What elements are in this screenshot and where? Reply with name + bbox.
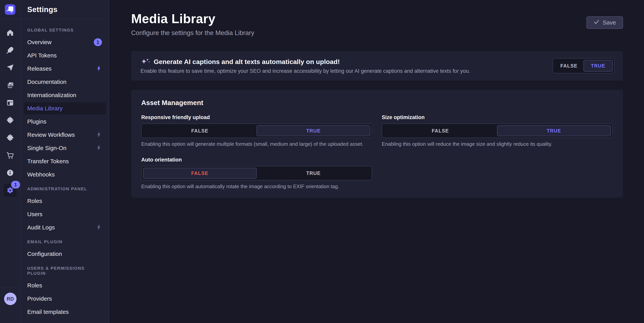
fields-grid: Responsive friendly upload FALSE TRUE En… bbox=[141, 114, 612, 190]
toggle-false-option[interactable]: FALSE bbox=[143, 125, 257, 136]
banner-description: Enable this feature to save time, optimi… bbox=[140, 68, 552, 74]
sidebar-item-up-roles[interactable]: Roles bbox=[24, 280, 106, 292]
overview-badge: 1 bbox=[94, 38, 102, 46]
puzzle-icon[interactable] bbox=[6, 116, 14, 124]
page-subtitle: Configure the settings for the Media Lib… bbox=[131, 29, 623, 36]
section-label: USERS & PERMISSIONS PLUGIN bbox=[24, 266, 106, 276]
size-optimization-toggle: FALSE TRUE bbox=[382, 124, 612, 138]
rail-header bbox=[0, 0, 20, 20]
info-icon[interactable] bbox=[6, 168, 14, 177]
media-library-icon[interactable] bbox=[6, 81, 14, 90]
sparkles-icon bbox=[140, 58, 150, 66]
field-size-optimization: Size optimization FALSE TRUE Enabling th… bbox=[382, 114, 612, 147]
ai-captions-banner: Generate AI captions and alt texts autom… bbox=[131, 51, 623, 80]
paper-plane-icon[interactable] bbox=[6, 64, 14, 72]
settings-notification-badge: 1 bbox=[11, 181, 20, 188]
sidebar-item-email-templates[interactable]: Email templates bbox=[24, 306, 106, 318]
toggle-true-option[interactable]: TRUE bbox=[257, 125, 370, 136]
banner-title: Generate AI captions and alt texts autom… bbox=[154, 58, 340, 66]
rail-divider bbox=[0, 288, 20, 288]
sidebar-item-media-library[interactable]: Media Library bbox=[24, 102, 106, 114]
lightning-icon bbox=[96, 224, 102, 231]
user-avatar[interactable]: RD bbox=[4, 293, 16, 305]
sidebar-item-roles[interactable]: Roles bbox=[24, 195, 106, 207]
sidebar-item-users[interactable]: Users bbox=[24, 208, 106, 220]
section-label: ADMINISTRATION PANEL bbox=[24, 186, 106, 192]
section-users-permissions-plugin: USERS & PERMISSIONS PLUGIN Roles Provide… bbox=[24, 266, 106, 318]
sidebar-item-api-tokens[interactable]: API Tokens bbox=[24, 50, 106, 62]
sidebar-item-plugins[interactable]: Plugins bbox=[24, 116, 106, 128]
sidebar-item-documentation[interactable]: Documentation bbox=[24, 76, 106, 88]
page-header: Media Library Configure the settings for… bbox=[131, 0, 623, 36]
toggle-true-option[interactable]: TRUE bbox=[497, 125, 611, 136]
field-label: Auto orientation bbox=[141, 157, 372, 163]
lightning-icon bbox=[96, 132, 102, 138]
lightning-icon bbox=[96, 145, 102, 152]
settings-sidebar: Settings GLOBAL SETTINGS Overview 1 API … bbox=[20, 0, 109, 323]
section-label: EMAIL PLUGIN bbox=[24, 239, 106, 244]
field-label: Responsive friendly upload bbox=[141, 114, 372, 120]
field-hint: Enabling this option will generate multi… bbox=[141, 141, 372, 147]
toggle-false-option[interactable]: FALSE bbox=[384, 125, 497, 136]
sidebar-item-webhooks[interactable]: Webhooks bbox=[24, 168, 106, 180]
section-global-settings: GLOBAL SETTINGS Overview 1 API Tokens Re… bbox=[24, 28, 106, 180]
strapi-logo[interactable] bbox=[5, 4, 15, 15]
sidebar-item-configuration[interactable]: Configuration bbox=[24, 248, 106, 260]
sidebar-item-releases[interactable]: Releases bbox=[24, 63, 106, 75]
sidebar-title: Settings bbox=[27, 5, 58, 14]
lightning-icon bbox=[96, 66, 102, 72]
rail-nav: 1 bbox=[0, 20, 20, 194]
sidebar-nav: GLOBAL SETTINGS Overview 1 API Tokens Re… bbox=[20, 20, 109, 318]
app-icon-rail: 1 RD bbox=[0, 0, 20, 323]
field-label: Size optimization bbox=[382, 114, 612, 120]
asset-management-card: Asset Management Responsive friendly upl… bbox=[131, 90, 623, 198]
toggle-true-option[interactable]: TRUE bbox=[257, 168, 370, 178]
toggle-true-option[interactable]: TRUE bbox=[584, 60, 613, 72]
main-content: Media Library Configure the settings for… bbox=[110, 0, 644, 323]
auto-orientation-toggle: FALSE TRUE bbox=[141, 166, 372, 180]
sidebar-item-internationalization[interactable]: Internationalization bbox=[24, 89, 106, 101]
section-label: GLOBAL SETTINGS bbox=[24, 28, 106, 33]
layout-icon[interactable] bbox=[6, 98, 14, 107]
field-hint: Enabling this option will reduce the ima… bbox=[382, 141, 612, 147]
save-button-label: Save bbox=[603, 19, 616, 26]
check-icon bbox=[594, 19, 600, 26]
marketplace-cart-icon[interactable] bbox=[6, 151, 14, 160]
sidebar-item-review-workflows[interactable]: Review Workflows bbox=[24, 129, 106, 141]
toggle-false-option[interactable]: FALSE bbox=[143, 168, 257, 178]
field-responsive-friendly-upload: Responsive friendly upload FALSE TRUE En… bbox=[141, 114, 372, 147]
sidebar-item-transfer-tokens[interactable]: Transfer Tokens bbox=[24, 155, 106, 167]
puzzle-icon[interactable] bbox=[6, 134, 14, 142]
responsive-upload-toggle: FALSE TRUE bbox=[141, 124, 372, 138]
sidebar-header: Settings bbox=[20, 0, 109, 20]
feather-icon[interactable] bbox=[6, 46, 14, 54]
section-email-plugin: EMAIL PLUGIN Configuration bbox=[24, 239, 106, 260]
home-icon[interactable] bbox=[6, 28, 14, 37]
save-button[interactable]: Save bbox=[586, 16, 623, 29]
field-auto-orientation: Auto orientation FALSE TRUE Enabling thi… bbox=[141, 157, 372, 190]
sidebar-item-providers[interactable]: Providers bbox=[24, 293, 106, 305]
field-hint: Enabling this option will automatically … bbox=[141, 184, 372, 190]
banner-text: Generate AI captions and alt texts autom… bbox=[140, 58, 552, 74]
card-title: Asset Management bbox=[141, 99, 612, 107]
toggle-false-option[interactable]: FALSE bbox=[554, 60, 584, 72]
section-administration-panel: ADMINISTRATION PANEL Roles Users Audit L… bbox=[24, 186, 106, 234]
page-title: Media Library bbox=[131, 11, 623, 26]
settings-gear-icon[interactable]: 1 bbox=[4, 184, 16, 197]
sidebar-item-audit-logs[interactable]: Audit Logs bbox=[24, 222, 106, 234]
sidebar-item-overview[interactable]: Overview 1 bbox=[24, 36, 106, 48]
sidebar-item-single-sign-on[interactable]: Single Sign-On bbox=[24, 142, 106, 154]
ai-captions-toggle: FALSE TRUE bbox=[552, 58, 614, 73]
